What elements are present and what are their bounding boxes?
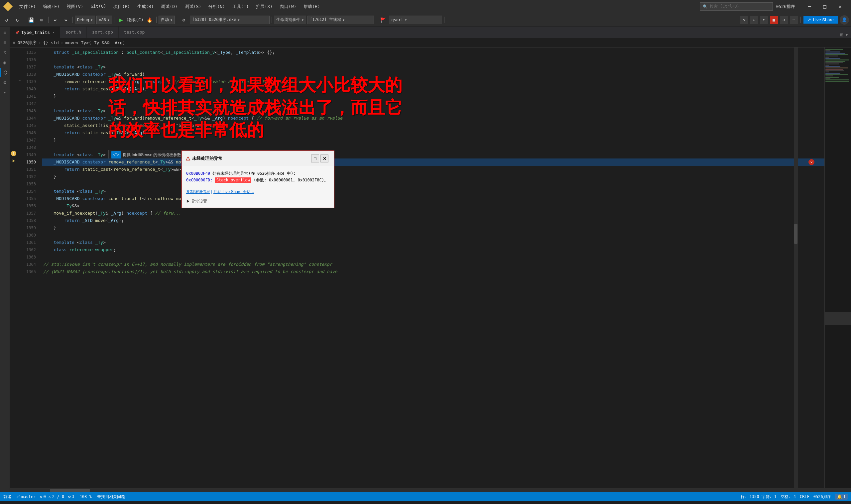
target-dropdown[interactable]: qsort ▾: [389, 16, 442, 24]
menu-debug[interactable]: 调试(D): [158, 2, 180, 11]
sidebar-icon-debug[interactable]: ⬡: [0, 68, 10, 77]
menu-view[interactable]: 视图(V): [64, 2, 86, 11]
continue-button[interactable]: ▶: [116, 15, 126, 24]
line-col-label: 行: 1350 字符: 1: [741, 494, 777, 500]
line-numbers: 1335 1336 1337 1338 1339 1340 1341 1342 …: [22, 48, 42, 488]
breadcrumb-file[interactable]: 0526排序: [18, 40, 37, 46]
auto-dropdown[interactable]: 自动 ▾: [159, 16, 175, 24]
menu-extensions[interactable]: 扩展(X): [253, 2, 276, 11]
fold-1358: [17, 216, 22, 223]
h-scrollbar-thumb[interactable]: [50, 489, 90, 492]
sidebar-icon-3[interactable]: ⌥: [0, 48, 10, 57]
menu-project[interactable]: 项目(P): [110, 2, 133, 11]
exception-msg1: 0x00B03F49 处有未经处理的异常(在 0526排序.exe 中):: [186, 170, 330, 177]
menu-file[interactable]: 文件(F): [16, 2, 39, 11]
save-btn[interactable]: 💾: [26, 15, 36, 24]
account-btn[interactable]: 👤: [840, 15, 849, 24]
fold-1360: [17, 230, 22, 237]
chevron-down-icon: ▾: [342, 18, 345, 22]
debug-mode-dropdown[interactable]: Debug ▾: [75, 16, 95, 24]
nav-back-btn[interactable]: ↺: [2, 15, 11, 24]
exception-settings-expand[interactable]: ▶: [186, 199, 190, 204]
minimap[interactable]: [825, 48, 851, 488]
tab-list-btn[interactable]: ▾: [845, 32, 848, 38]
status-ready[interactable]: 就绪: [3, 494, 11, 500]
menu-window[interactable]: 窗口(W): [277, 2, 300, 11]
live-share-session-link[interactable]: 启动 Live Share 会话...: [213, 190, 254, 194]
status-errors[interactable]: ✕ 0 ⚠ 2 / 0: [39, 494, 64, 499]
process-dropdown[interactable]: [6328] 0526排序.exe ▾: [190, 16, 270, 24]
menu-edit[interactable]: 编辑(E): [39, 2, 63, 11]
thread-dropdown[interactable]: [17612] 主线程 ▾: [307, 16, 374, 24]
undo-btn[interactable]: ↩: [51, 15, 60, 24]
exception-close-btn[interactable]: ✕: [320, 155, 329, 162]
ln-1356: 1356: [22, 202, 39, 210]
lifecycle-dropdown[interactable]: 生命周期事件 ▾: [274, 16, 306, 24]
vertical-scrollbar[interactable]: [794, 48, 798, 488]
more-debug-btn[interactable]: ⋯: [790, 16, 798, 24]
li-1339: [10, 77, 17, 84]
code-editor[interactable]: ! ➤: [10, 48, 851, 488]
exception-pin-btn[interactable]: □: [311, 155, 319, 162]
breadcrumb-symbol[interactable]: move<_Ty>(_Ty &&& _Arg): [66, 40, 125, 45]
status-settings[interactable]: ⚙ 3: [68, 494, 74, 499]
menu-tools[interactable]: 工具(T): [229, 2, 252, 11]
status-issues[interactable]: 未找到相关问题: [97, 494, 125, 500]
status-git[interactable]: ⎇ master: [15, 494, 36, 499]
copy-details-link[interactable]: 复制详细信息: [186, 190, 210, 194]
flag-btn[interactable]: 🚩: [378, 15, 388, 24]
code-line-1347: }: [42, 137, 825, 144]
code-line-1362: class reference_wrapper;: [42, 246, 825, 253]
platform-dropdown[interactable]: x86 ▾: [96, 16, 112, 24]
minimap-viewport[interactable]: [825, 312, 851, 325]
status-language[interactable]: 0526排序: [813, 494, 831, 500]
restart-btn[interactable]: ↺: [780, 16, 788, 24]
breadcrumb: ⊞ 0526排序 › {} std › move<_Ty>(_Ty &&& _A…: [10, 38, 851, 48]
live-share-button[interactable]: ↗ Live Share: [803, 16, 838, 23]
scrollbar-thumb[interactable]: [794, 224, 797, 244]
close-button[interactable]: ✕: [832, 0, 848, 13]
horizontal-scrollbar[interactable]: [10, 488, 851, 492]
tab-type-traits[interactable]: 📌 type_traits ✕: [10, 26, 60, 38]
menu-build[interactable]: 生成(B): [134, 2, 157, 11]
fold-1354: [17, 186, 22, 194]
step-out-btn[interactable]: ↑: [760, 16, 768, 24]
sep9: [444, 17, 444, 23]
maximize-button[interactable]: □: [817, 0, 832, 13]
sidebar-icon-4[interactable]: ◉: [0, 58, 10, 67]
redo-btn[interactable]: ↪: [61, 15, 70, 24]
exception-settings[interactable]: ▶ 异常设置: [182, 197, 334, 208]
status-notifications[interactable]: 🔔 1: [835, 494, 848, 500]
save-all-btn[interactable]: ⊞: [37, 15, 46, 24]
flame-btn[interactable]: 🔥: [145, 15, 154, 24]
step-into-btn[interactable]: ↓: [750, 16, 758, 24]
search-placeholder: 搜索 (Ctrl+Q): [710, 4, 739, 9]
search-box[interactable]: 🔍 搜索 (Ctrl+Q): [700, 2, 773, 11]
tab-test-cpp[interactable]: test.cpp: [119, 26, 150, 38]
li-1336: [10, 55, 17, 62]
sidebar-icon-2[interactable]: ⊞: [0, 38, 10, 47]
sep6: [177, 17, 177, 23]
sidebar-icon-6[interactable]: ✦: [0, 88, 10, 97]
tab-bar: 📌 type_traits ✕ sort.h sort.cpp test.cpp…: [10, 26, 851, 38]
status-encoding[interactable]: CRLF: [800, 494, 810, 499]
nav-forward-btn[interactable]: ↻: [13, 15, 22, 24]
stop-btn[interactable]: ■: [770, 16, 778, 24]
menu-analyze[interactable]: 分析(N): [205, 2, 228, 11]
menu-help[interactable]: 帮助(H): [300, 2, 323, 11]
step-over-btn[interactable]: ↷: [740, 16, 748, 24]
menu-test[interactable]: 测试(S): [181, 2, 205, 11]
status-line-col[interactable]: 行: 1350 字符: 1: [741, 494, 777, 500]
minimize-button[interactable]: ─: [802, 0, 817, 13]
tab-sort-h[interactable]: sort.h: [60, 26, 87, 38]
sidebar-icon-5[interactable]: ⚙: [0, 78, 10, 87]
menu-git[interactable]: Git(G): [87, 2, 109, 11]
fold-1350: −: [17, 157, 22, 164]
tab-sort-cpp[interactable]: sort.cpp: [87, 26, 119, 38]
breadcrumb-namespace[interactable]: {} std: [43, 40, 59, 45]
code-content[interactable]: struct _Is_specialization : bool_constan…: [42, 48, 825, 488]
split-editor-btn[interactable]: ⊞: [840, 32, 843, 38]
status-spaces[interactable]: 空格: 4: [781, 494, 796, 500]
sidebar-icon-1[interactable]: ≡: [0, 28, 10, 37]
status-zoom[interactable]: 108 %: [80, 494, 92, 499]
